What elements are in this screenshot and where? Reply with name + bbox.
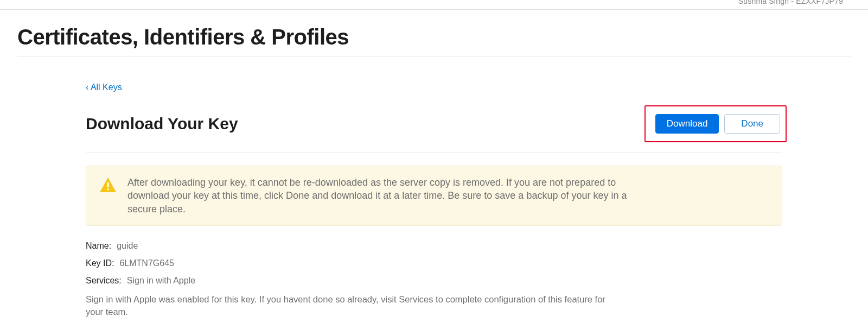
done-button[interactable]: Done bbox=[724, 114, 780, 134]
warning-icon bbox=[98, 176, 118, 197]
name-label: Name: bbox=[86, 241, 112, 251]
page-title: Download Your Key bbox=[86, 115, 238, 133]
section-title: Certificates, Identifiers & Profiles bbox=[17, 10, 851, 56]
detail-row-services: Services: Sign in with Apple bbox=[86, 276, 782, 286]
svg-rect-0 bbox=[107, 182, 109, 187]
account-label: Sushma Singh - EZXXF7JP79 bbox=[738, 0, 843, 5]
top-bar: Sushma Singh - EZXXF7JP79 bbox=[0, 0, 868, 10]
download-button[interactable]: Download bbox=[655, 114, 719, 134]
warning-banner: After downloading your key, it cannot be… bbox=[86, 166, 782, 226]
keyid-value: 6LMTN7G645 bbox=[119, 258, 174, 268]
detail-row-name: Name: guide bbox=[86, 241, 782, 251]
breadcrumb: ‹ All Keys bbox=[86, 56, 782, 92]
detail-row-keyid: Key ID: 6LMTN7G645 bbox=[86, 258, 782, 268]
name-value: guide bbox=[117, 241, 138, 251]
services-value: Sign in with Apple bbox=[127, 276, 195, 286]
svg-rect-1 bbox=[107, 188, 109, 190]
action-highlight-box: Download Done bbox=[644, 105, 787, 142]
key-details: Name: guide Key ID: 6LMTN7G645 Services:… bbox=[86, 226, 782, 318]
back-all-keys-link[interactable]: ‹ All Keys bbox=[86, 83, 122, 92]
keyid-label: Key ID: bbox=[86, 258, 115, 268]
warning-text: After downloading your key, it cannot be… bbox=[127, 176, 643, 216]
services-label: Services: bbox=[86, 276, 123, 286]
services-note: Sign in with Apple was enabled for this … bbox=[86, 293, 612, 318]
